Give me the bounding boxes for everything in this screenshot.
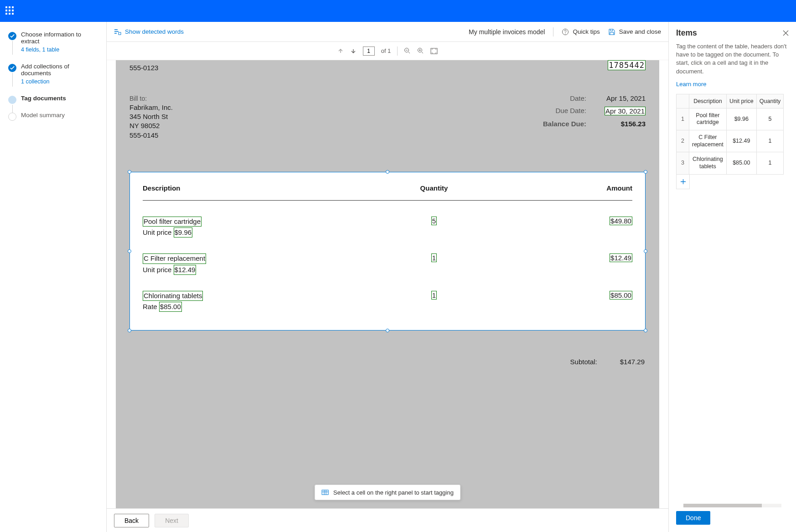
table-icon — [321, 489, 329, 496]
svg-rect-4 — [431, 48, 437, 54]
save-icon — [608, 28, 615, 36]
items-col-unit-price[interactable]: Unit price — [726, 94, 756, 108]
plus-icon — [680, 179, 686, 185]
wizard-footer: Back Next — [107, 508, 668, 532]
cell-tag[interactable]: 1 — [431, 253, 437, 262]
done-button[interactable]: Done — [676, 511, 710, 525]
cell-tag[interactable]: $85.00 — [610, 291, 632, 300]
due-date-label: Due Date: — [555, 107, 586, 115]
app-bar — [0, 0, 796, 22]
back-button[interactable]: Back — [114, 514, 149, 527]
cell-tag[interactable]: $12.49 — [174, 265, 196, 275]
zoom-out-button[interactable] — [404, 47, 411, 54]
svg-rect-0 — [119, 32, 121, 35]
save-and-close-button[interactable]: Save and close — [608, 28, 661, 36]
cell-tag[interactable]: C Filter replacement — [143, 253, 206, 263]
text-detect-icon — [114, 28, 121, 36]
cell-tag[interactable]: $9.96 — [174, 227, 193, 238]
page-count-label: of 1 — [381, 47, 391, 54]
table-selection-region[interactable]: Description Quantity Amount Pool filter … — [129, 172, 646, 331]
next-button: Next — [155, 514, 189, 527]
items-cell[interactable]: Chlorinating tablets — [689, 152, 727, 174]
items-row: 2 C Filter replacement $12.49 1 — [677, 130, 784, 152]
cell-tag[interactable]: 5 — [431, 217, 437, 225]
cell-tag[interactable]: Pool filter cartridge — [143, 217, 202, 227]
cell-tag[interactable]: $49.80 — [610, 217, 632, 225]
date-value: Apr 15, 2021 — [605, 94, 646, 102]
items-cell[interactable]: Pool filter cartridge — [689, 108, 727, 130]
step-add-collections[interactable]: Add collections of documents 1 collectio… — [8, 63, 98, 85]
show-detected-words-button[interactable]: Show detected words — [114, 28, 184, 36]
quick-tips-button[interactable]: Quick tips — [562, 28, 600, 36]
items-cell[interactable]: $85.00 — [726, 152, 756, 174]
wizard-steps: Choose information to extract 4 fields, … — [0, 22, 107, 532]
help-icon — [562, 28, 569, 36]
step-tag-documents[interactable]: Tag documents — [8, 95, 98, 102]
vendor-phone: 555-0123 — [129, 60, 158, 72]
items-row: 3 Chlorinating tablets $85.00 1 — [677, 152, 784, 174]
svg-rect-5 — [322, 490, 328, 495]
date-label: Date: — [570, 94, 586, 102]
main-area: Show detected words My multiple invoices… — [107, 22, 668, 532]
step-choose-info[interactable]: Choose information to extract 4 fields, … — [8, 31, 98, 53]
items-col-description[interactable]: Description — [689, 94, 727, 108]
col-header-quantity: Quantity — [368, 184, 500, 192]
command-bar: Show detected words My multiple invoices… — [107, 22, 668, 42]
model-name-label: My multiple invoices model — [469, 28, 545, 36]
items-cell[interactable]: C Filter replacement — [689, 130, 727, 152]
subtotal-label: Subtotal: — [570, 358, 597, 366]
table-row: Chlorinating tablets Rate $85.00 1 $85.0… — [143, 291, 632, 312]
document-scroll-area[interactable]: 555-0123 1785442 Bill to: Fabrikam, Inc.… — [107, 60, 668, 508]
cell-tag[interactable]: $85.00 — [159, 302, 182, 312]
balance-due-label: Balance Due: — [543, 120, 586, 128]
items-cell[interactable]: 5 — [756, 108, 784, 130]
items-cell[interactable]: 1 — [756, 152, 784, 174]
due-date-tag[interactable]: Apr 30, 2021 — [605, 107, 646, 115]
close-panel-button[interactable] — [783, 30, 789, 36]
step-model-summary[interactable]: Model summary — [8, 112, 98, 119]
items-col-quantity[interactable]: Quantity — [756, 94, 784, 108]
table-row: Pool filter cartridge Unit price $9.96 5… — [143, 217, 632, 238]
items-panel: Items Tag the content of the table, head… — [668, 22, 796, 532]
col-header-amount: Amount — [500, 184, 632, 192]
panel-horizontal-scrollbar[interactable] — [683, 503, 781, 507]
close-icon — [783, 30, 789, 36]
col-header-description: Description — [143, 184, 368, 192]
items-row: 1 Pool filter cartridge $9.96 5 — [677, 108, 784, 130]
items-cell[interactable]: $9.96 — [726, 108, 756, 130]
items-cell[interactable]: $12.49 — [726, 130, 756, 152]
cell-tag[interactable]: $12.49 — [610, 253, 632, 262]
cell-tag[interactable]: 1 — [431, 291, 437, 300]
page-number-input[interactable] — [363, 46, 375, 56]
app-launcher-icon[interactable] — [5, 6, 15, 15]
subtotal-value: $147.29 — [620, 358, 645, 366]
next-page-button[interactable] — [350, 48, 357, 54]
invoice-number-tag[interactable]: 1785442 — [608, 60, 646, 70]
balance-due-value: $156.23 — [605, 120, 646, 128]
prev-page-button[interactable] — [337, 48, 344, 54]
document-viewer: of 1 555-0123 1785442 Bill to — [107, 42, 668, 508]
panel-title: Items — [676, 28, 697, 38]
zoom-in-button[interactable] — [417, 47, 424, 54]
learn-more-link[interactable]: Learn more — [676, 81, 706, 88]
table-row: C Filter replacement Unit price $12.49 1… — [143, 253, 632, 275]
tagging-hint-toast: Select a cell on the right panel to star… — [315, 485, 460, 500]
add-row-button[interactable] — [676, 175, 690, 189]
viewer-toolbar: of 1 — [107, 42, 668, 60]
bill-to-block: Bill to: Fabrikam, Inc. 345 North St NY … — [129, 94, 173, 140]
panel-description: Tag the content of the table, headers do… — [669, 42, 796, 78]
items-table: Description Unit price Quantity 1 Pool f… — [676, 94, 784, 175]
cell-tag[interactable]: Chlorinating tablets — [143, 291, 203, 301]
items-cell[interactable]: 1 — [756, 130, 784, 152]
fit-to-screen-button[interactable] — [430, 48, 438, 54]
